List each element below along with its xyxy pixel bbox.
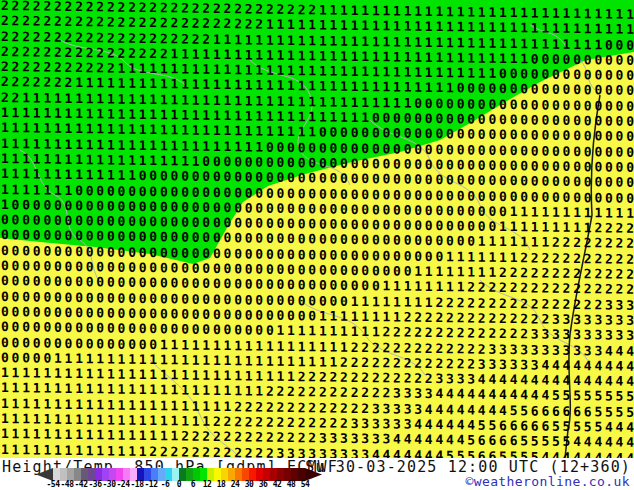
temperature-color-scale: -54-48-42-36-30-24-18-12-606121824303642… bbox=[36, 468, 322, 490]
scale-tick-label: -12 bbox=[145, 480, 158, 489]
weather-map-frame: 2222222222222222222222222222221111111111… bbox=[0, 0, 634, 490]
copyright-link[interactable]: ©weatheronline.co.uk bbox=[465, 474, 630, 489]
scale-tick-label: 42 bbox=[273, 480, 282, 489]
scale-tick-label: -24 bbox=[117, 480, 130, 489]
scale-tick-label: 48 bbox=[287, 480, 296, 489]
scale-tick-label: -36 bbox=[89, 480, 102, 489]
scale-tick-label: 36 bbox=[259, 480, 268, 489]
scale-tick-label: 30 bbox=[245, 480, 254, 489]
weather-map: 2222222222222222222222222222221111111111… bbox=[0, 0, 634, 458]
scale-tick-label: 54 bbox=[301, 480, 310, 489]
scale-tick-label: 12 bbox=[203, 480, 212, 489]
status-bar: Height/Temp. 850 hPa [gdpm] ECMWF Su 30-… bbox=[0, 458, 634, 490]
scale-tick-label: -42 bbox=[75, 480, 88, 489]
temperature-digit-field: 2222222222222222222222222222221111111111… bbox=[1, 0, 634, 458]
scale-tick-label: 18 bbox=[217, 480, 226, 489]
scale-tick-label: 6 bbox=[191, 480, 195, 489]
scale-tick-label: -48 bbox=[61, 480, 74, 489]
scale-tick-label: 0 bbox=[177, 480, 181, 489]
scale-tick-label: -54 bbox=[47, 480, 60, 489]
scale-tick-label: -18 bbox=[131, 480, 144, 489]
scale-tick-label: 24 bbox=[231, 480, 240, 489]
scale-tick-label: -30 bbox=[103, 480, 116, 489]
scale-tick-label: -6 bbox=[161, 480, 170, 489]
color-scale-labels: -54-48-42-36-30-24-18-12-606121824303642… bbox=[36, 480, 336, 490]
